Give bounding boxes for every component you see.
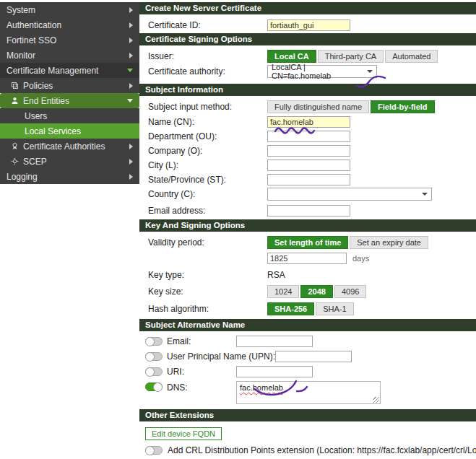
sidebar-item-users[interactable]: Users bbox=[0, 108, 139, 123]
sidebar-item-local-services[interactable]: Local Services bbox=[0, 123, 139, 139]
email-address-input[interactable] bbox=[267, 205, 350, 217]
validity-value-row: days bbox=[139, 251, 476, 266]
section-subject-alternative-name: Subject Alternative Name bbox=[139, 319, 476, 331]
sidebar-item-monitor[interactable]: Monitor bbox=[0, 48, 139, 63]
uri-toggle[interactable] bbox=[145, 367, 163, 376]
hash-algorithm-label: Hash algorithm: bbox=[148, 304, 267, 314]
hash-sha1-button[interactable]: SHA-1 bbox=[316, 302, 353, 315]
policies-icon bbox=[10, 82, 19, 89]
san-uri-label: URI: bbox=[167, 367, 236, 377]
city-l-label: City (L): bbox=[148, 160, 267, 170]
chevron-down-icon bbox=[127, 69, 133, 72]
name-cn-label: Name (CN): bbox=[148, 117, 267, 127]
sidebar-item-scep[interactable]: SCEP bbox=[0, 154, 139, 169]
key-size-label: Key size: bbox=[148, 287, 267, 297]
country-row: Country (C): bbox=[139, 188, 476, 201]
fully-distinguished-name-button[interactable]: Fully distinguished name bbox=[267, 100, 369, 113]
san-email-label: Email: bbox=[167, 336, 236, 346]
key-size-2048-button[interactable]: 2048 bbox=[300, 285, 332, 298]
sidebar-item-label: Users bbox=[25, 111, 133, 121]
sidebar-item-fortinet-sso[interactable]: Fortinet SSO bbox=[0, 32, 139, 48]
san-upn-label: User Principal Name (UPN): bbox=[167, 351, 275, 362]
san-uri-input[interactable] bbox=[236, 366, 313, 377]
sidebar-item-certificate-management[interactable]: Certificate Management bbox=[0, 63, 139, 78]
sidebar-item-certificate-authorities[interactable]: Certificate Authorities bbox=[0, 139, 139, 154]
chevron-down-icon bbox=[127, 99, 133, 102]
sidebar: System Authentication Fortinet SSO Monit… bbox=[0, 2, 139, 184]
edit-device-fqdn-button[interactable]: Edit device FQDN bbox=[145, 427, 222, 440]
company-o-label: Company (O): bbox=[148, 146, 267, 156]
sidebar-item-label: Certificate Management bbox=[7, 66, 127, 76]
sidebar-item-label: Fortinet SSO bbox=[7, 35, 129, 45]
key-size-row: Key size: 1024 2048 4096 bbox=[139, 284, 476, 299]
key-type-label: Key type: bbox=[148, 270, 267, 280]
key-size-4096-button[interactable]: 4096 bbox=[334, 285, 366, 298]
chevron-right-icon bbox=[129, 144, 133, 149]
company-o-row: Company (O): bbox=[139, 144, 476, 157]
hash-algorithm-row: Hash algorithm: SHA-256 SHA-1 bbox=[139, 301, 476, 316]
certificate-id-label: Certificate ID: bbox=[148, 20, 267, 30]
main-content: Create New Server Certificate Certificat… bbox=[139, 2, 476, 459]
sidebar-item-label: Certificate Authorities bbox=[23, 141, 129, 152]
sidebar-item-label: Monitor bbox=[7, 51, 129, 61]
sidebar-item-policies[interactable]: Policies bbox=[0, 78, 139, 93]
email-address-label: Email address: bbox=[148, 206, 267, 216]
state-province-label: State/Province (ST): bbox=[148, 175, 267, 185]
field-by-field-button[interactable]: Field-by-field bbox=[371, 100, 434, 113]
sidebar-item-label: Logging bbox=[7, 172, 129, 182]
sidebar-item-label: Authentication bbox=[7, 20, 129, 30]
sidebar-item-authentication[interactable]: Authentication bbox=[0, 17, 139, 32]
validity-period-row: Validity period: Set length of time Set … bbox=[139, 236, 476, 249]
city-l-row: City (L): bbox=[139, 159, 476, 171]
email-address-row: Email address: bbox=[139, 204, 476, 217]
end-entities-icon bbox=[10, 97, 19, 105]
toggle-knob bbox=[145, 352, 155, 362]
issuer-segmented: Local CA Third-party CA Automated bbox=[267, 50, 438, 63]
toggle-knob bbox=[145, 446, 155, 455]
country-select[interactable] bbox=[267, 188, 432, 201]
city-l-input[interactable] bbox=[267, 159, 350, 171]
chevron-right-icon bbox=[129, 7, 133, 13]
san-email-input[interactable] bbox=[236, 336, 313, 347]
hash-segmented: SHA-256 SHA-1 bbox=[267, 302, 354, 315]
email-toggle[interactable] bbox=[145, 337, 163, 346]
san-upn-input[interactable] bbox=[275, 351, 352, 362]
company-o-input[interactable] bbox=[267, 145, 350, 157]
set-length-of-time-button[interactable]: Set length of time bbox=[267, 236, 348, 249]
validity-days-input[interactable] bbox=[267, 253, 347, 264]
issuer-third-party-ca-button[interactable]: Third-party CA bbox=[318, 50, 384, 63]
key-type-value: RSA bbox=[267, 270, 285, 280]
section-certificate-signing-options: Certificate Signing Options bbox=[139, 33, 476, 45]
sidebar-item-system[interactable]: System bbox=[0, 2, 139, 17]
chevron-down-icon bbox=[367, 70, 373, 73]
name-cn-input[interactable] bbox=[267, 116, 350, 128]
san-email-row: Email: bbox=[139, 336, 476, 347]
key-size-1024-button[interactable]: 1024 bbox=[267, 285, 299, 298]
page-title: Create New Server Certificate bbox=[139, 2, 476, 14]
hash-sha256-button[interactable]: SHA-256 bbox=[267, 302, 314, 315]
toggle-knob bbox=[145, 367, 155, 377]
certificate-id-input[interactable] bbox=[267, 19, 350, 31]
app-window: System Authentication Fortinet SSO Monit… bbox=[0, 0, 476, 459]
issuer-automated-button[interactable]: Automated bbox=[385, 50, 438, 63]
department-ou-input[interactable] bbox=[267, 131, 350, 142]
set-expiry-date-button[interactable]: Set an expiry date bbox=[350, 236, 428, 249]
sidebar-item-end-entities[interactable]: End Entities bbox=[0, 93, 139, 108]
certificate-authority-label: Certificate authority: bbox=[148, 66, 267, 76]
section-key-and-signing-options: Key And Signing Options bbox=[139, 219, 476, 232]
issuer-local-ca-button[interactable]: Local CA bbox=[267, 50, 316, 63]
sidebar-item-logging[interactable]: Logging bbox=[0, 169, 139, 184]
section-other-extensions: Other Extensions bbox=[139, 409, 476, 421]
dns-textarea[interactable]: fac.homelab bbox=[236, 381, 381, 404]
crl-toggle[interactable] bbox=[145, 446, 163, 455]
certificate-authorities-icon bbox=[10, 142, 19, 150]
dns-toggle[interactable] bbox=[145, 382, 163, 391]
san-upn-row: User Principal Name (UPN): bbox=[139, 351, 476, 362]
key-size-segmented: 1024 2048 4096 bbox=[267, 285, 366, 298]
sidebar-item-label: System bbox=[7, 5, 129, 15]
state-province-input[interactable] bbox=[267, 174, 350, 185]
upn-toggle[interactable] bbox=[145, 352, 163, 361]
toggle-knob bbox=[145, 337, 155, 346]
certificate-authority-select[interactable]: LocalCA | CN=fac.homelab bbox=[267, 65, 377, 78]
chevron-right-icon bbox=[129, 38, 133, 43]
